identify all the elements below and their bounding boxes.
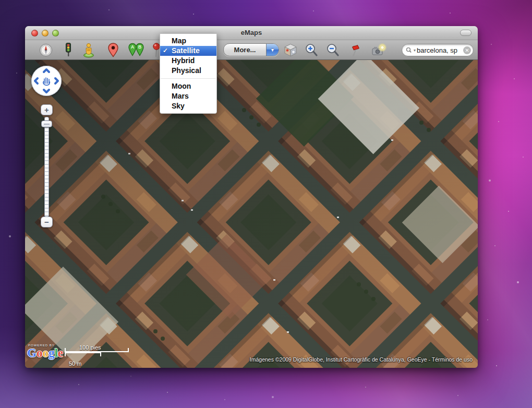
google-logo-letter: o [42,346,49,359]
streetview-camera-button[interactable] [371,42,389,58]
traffic-light-icon [62,42,75,58]
desktop-background: eMaps [0,0,532,408]
chevron-down-icon: ▼ [266,44,279,56]
titlebar[interactable]: eMaps [25,26,478,40]
zoom-in-button[interactable] [304,42,319,58]
search-icon[interactable]: ▾ [406,47,416,54]
streetview-camera-icon [371,43,389,57]
route-pins-icon: A B [127,42,145,58]
add-pin-button[interactable] [105,42,121,58]
google-logo-letter: g [49,346,55,359]
emaps-window: eMaps [25,26,478,368]
clear-search-icon[interactable]: ✕ [463,46,471,54]
google-logo-letter: o [37,346,43,359]
zoom-slider-handle[interactable] [41,121,52,127]
pan-right-arrow[interactable] [55,78,58,83]
map-cube-icon [283,43,298,57]
scale-imperial-label: 100 pies [79,344,101,351]
window-title: eMaps [25,29,478,37]
search-field[interactable]: ▾ ✕ [402,44,474,56]
compass-icon [39,43,53,57]
svg-text:B: B [138,44,141,50]
pegman-icon [82,42,95,58]
more-dropdown-button[interactable]: More... ▼ [223,43,279,56]
red-pin-icon [106,42,120,58]
google-logo-letter: G [27,346,37,359]
checkmark-icon: ✓ [163,46,168,56]
menu-item-mars[interactable]: Mars [160,91,216,101]
menu-item-satellite[interactable]: ✓ Satellite [160,46,216,56]
pan-up-arrow[interactable] [44,69,49,72]
google-logo-letter: e [58,346,63,359]
pan-down-arrow[interactable] [44,90,49,92]
map-viewport[interactable]: + − POWERED BY Google 100 pies 50 m Imág… [25,60,478,368]
zoom-out-slider-button[interactable]: − [41,217,53,227]
zoom-in-slider-button[interactable]: + [41,104,53,115]
svg-text:A: A [131,44,134,50]
traffic-button[interactable] [61,42,76,58]
route-button[interactable]: A B [127,42,145,58]
terms-link[interactable]: Términos de uso [432,356,473,363]
menu-item-hybrid[interactable]: Hybrid [160,56,216,66]
map-attribution: Imágenes ©2009 DigitalGlobe, Institut Ca… [250,356,473,363]
pan-control[interactable] [31,66,62,96]
search-input[interactable] [416,46,463,54]
pan-left-arrow[interactable] [35,78,38,83]
compass-button[interactable] [38,42,54,58]
scale-bar: 100 pies 50 m [65,345,130,359]
flag-icon [349,42,363,58]
menu-item-physical[interactable]: Physical [160,66,216,76]
star-field [0,0,1,1]
menu-item-moon[interactable]: Moon [160,81,216,91]
menu-item-sky[interactable]: Sky [160,101,216,111]
flag-button[interactable] [348,42,364,58]
map-type-menu: Map ✓ Satellite Hybrid Physical Moon Mar… [160,33,217,114]
map-cube-button[interactable] [283,42,298,58]
menu-item-map[interactable]: Map [160,36,216,46]
satellite-imagery [25,60,478,368]
toolbar: A B More... ▼ [25,40,478,60]
zoom-out-icon [325,43,340,57]
pegman-button[interactable] [81,42,96,58]
scale-metric-label: 50 m [69,361,81,367]
zoom-out-button[interactable] [325,42,341,58]
toolbar-pill-button[interactable] [460,30,471,36]
hand-icon[interactable] [43,78,50,85]
menu-separator [161,78,216,79]
zoom-in-icon [304,43,319,57]
attribution-text: Imágenes ©2009 DigitalGlobe, Institut Ca… [250,356,430,363]
zoom-slider-track[interactable] [44,117,49,217]
more-dropdown-label: More... [224,46,266,54]
google-logo[interactable]: Google [27,347,63,359]
